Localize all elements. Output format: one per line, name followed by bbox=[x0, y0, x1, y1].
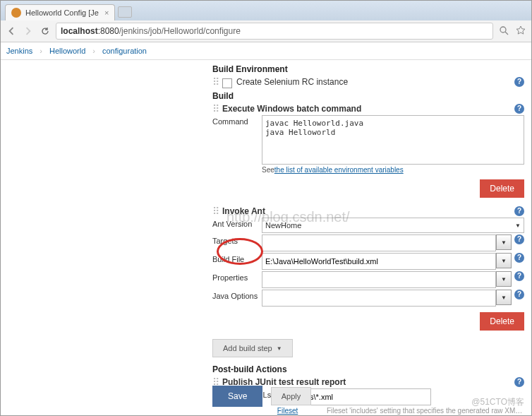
buildfile-label: Build File bbox=[212, 253, 262, 263]
env-vars-link[interactable]: the list of available environment variab… bbox=[274, 166, 404, 174]
back-icon[interactable] bbox=[5, 25, 18, 37]
targets-input[interactable] bbox=[262, 234, 496, 251]
javaopts-input[interactable] bbox=[262, 290, 496, 307]
javaopts-label: Java Options bbox=[212, 290, 262, 300]
crumb-jenkins[interactable]: Jenkins bbox=[6, 47, 32, 55]
reload-icon[interactable] bbox=[39, 25, 52, 37]
command-textarea[interactable] bbox=[262, 115, 524, 165]
save-button[interactable]: Save bbox=[212, 386, 262, 407]
expand-button[interactable]: ▼ bbox=[496, 234, 512, 250]
tab-title: Helloworld Config [Je bbox=[25, 8, 99, 17]
browser-tabbar: Helloworld Config [Je × bbox=[1, 1, 531, 20]
jenkins-favicon bbox=[11, 8, 21, 18]
help-icon[interactable]: ? bbox=[514, 104, 524, 114]
help-icon[interactable]: ? bbox=[514, 77, 524, 87]
address-bar[interactable]: localhost:8080/jenkins/job/Helloworld/co… bbox=[56, 23, 493, 40]
ant-title: Invoke Ant bbox=[222, 206, 512, 216]
url-port: :8080 bbox=[98, 26, 119, 36]
expand-button[interactable]: ▼ bbox=[496, 253, 512, 268]
section-post-build: Post-build Actions bbox=[212, 364, 524, 374]
chevron-down-icon: ▼ bbox=[515, 222, 521, 229]
section-build-environment: Build Environment bbox=[212, 64, 524, 74]
url-path: /jenkins/job/Helloworld/configure bbox=[119, 26, 241, 36]
close-icon[interactable]: × bbox=[104, 8, 109, 17]
properties-input[interactable] bbox=[262, 271, 496, 288]
batch-title: Execute Windows batch command bbox=[222, 104, 512, 114]
new-tab-button[interactable] bbox=[118, 6, 132, 18]
footer-watermark: @51CTO博客 bbox=[471, 396, 524, 408]
help-icon[interactable]: ? bbox=[514, 290, 524, 299]
add-build-step-button[interactable]: Add build step ▼ bbox=[212, 339, 293, 357]
command-label: Command bbox=[212, 115, 262, 126]
chevron-down-icon: ▼ bbox=[277, 345, 282, 352]
selenium-checkbox[interactable] bbox=[222, 78, 232, 88]
help-icon[interactable]: ? bbox=[514, 234, 524, 244]
section-build: Build bbox=[212, 91, 524, 101]
delete-button[interactable]: Delete bbox=[480, 179, 524, 198]
search-icon[interactable] bbox=[499, 25, 510, 37]
drag-handle-icon[interactable]: ⠿ bbox=[212, 77, 219, 87]
crumb-sep: › bbox=[92, 47, 95, 55]
browser-tab[interactable]: Helloworld Config [Je × bbox=[5, 4, 115, 20]
ant-version-select[interactable]: NewHome▼ bbox=[262, 218, 524, 233]
expand-button[interactable]: ▼ bbox=[496, 271, 512, 287]
help-icon[interactable]: ? bbox=[514, 253, 524, 263]
targets-label: Targets bbox=[212, 234, 262, 245]
xml-hint-link[interactable]: Fileset 'includes' bbox=[277, 407, 325, 415]
breadcrumb: Jenkins › Helloworld › configuration bbox=[1, 42, 531, 60]
help-icon[interactable]: ? bbox=[514, 206, 524, 216]
properties-label: Properties bbox=[212, 271, 262, 282]
crumb-job[interactable]: Helloworld bbox=[49, 47, 85, 55]
url-host: localhost bbox=[61, 26, 98, 36]
apply-button[interactable]: Apply bbox=[271, 387, 312, 405]
drag-handle-icon[interactable]: ⠿ bbox=[212, 206, 219, 216]
star-icon[interactable] bbox=[516, 25, 527, 37]
crumb-sep: › bbox=[40, 47, 42, 55]
help-icon[interactable]: ? bbox=[514, 271, 524, 281]
forward-icon[interactable] bbox=[22, 25, 35, 37]
ant-version-label: Ant Version bbox=[212, 218, 262, 228]
help-icon[interactable]: ? bbox=[514, 377, 524, 387]
svg-line-1 bbox=[505, 32, 508, 35]
selenium-label: Create Selenium RC instance bbox=[236, 77, 512, 87]
browser-toolbar: localhost:8080/jenkins/job/Helloworld/co… bbox=[1, 20, 531, 42]
crumb-page[interactable]: configuration bbox=[102, 47, 147, 55]
drag-handle-icon[interactable]: ⠿ bbox=[212, 104, 219, 114]
expand-button[interactable]: ▼ bbox=[496, 290, 512, 305]
see-text: See bbox=[262, 166, 274, 174]
svg-point-0 bbox=[500, 27, 506, 32]
delete-button[interactable]: Delete bbox=[480, 312, 524, 331]
buildfile-input[interactable] bbox=[262, 253, 496, 270]
